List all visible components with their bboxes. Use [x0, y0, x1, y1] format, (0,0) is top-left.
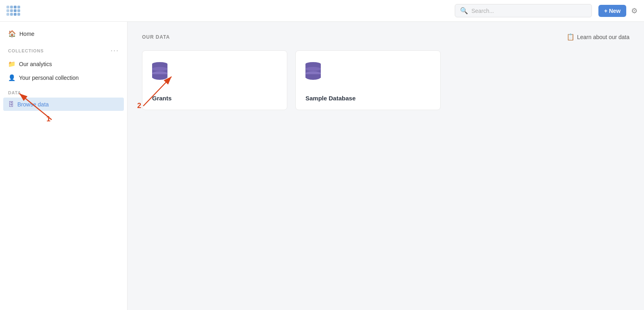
learn-link[interactable]: 📋 Learn about our data: [567, 33, 629, 41]
database-icon-grants: [152, 62, 167, 80]
app-layout: 🏠 Home Collections ··· 📁 Our analytics 👤…: [0, 22, 644, 310]
home-icon: 🏠: [8, 30, 16, 37]
database-card-grants[interactable]: Grants: [142, 50, 287, 110]
sidebar-home-label: Home: [19, 31, 34, 37]
data-section-header: Data: [0, 85, 127, 98]
sidebar-item-browse-data[interactable]: 🗄 Browse data: [3, 98, 124, 111]
sidebar-item-our-analytics[interactable]: 📁 Our analytics: [0, 57, 127, 71]
search-bar[interactable]: 🔍 Search...: [455, 4, 592, 17]
annotation-label-1: 1: [46, 115, 50, 123]
search-icon: 🔍: [460, 7, 468, 15]
main-header: OUR DATA 📋 Learn about our data: [142, 33, 629, 41]
sidebar-item-personal-collection[interactable]: 👤 Your personal collection: [0, 71, 127, 85]
databases-grid: Grants Sample Database: [142, 50, 629, 110]
search-placeholder: Search...: [471, 8, 494, 14]
app-logo[interactable]: [6, 6, 20, 16]
main-content: OUR DATA 📋 Learn about our data: [128, 22, 644, 310]
collection-icon: 📁: [8, 60, 16, 68]
new-button[interactable]: + New: [598, 5, 626, 17]
sidebar: 🏠 Home Collections ··· 📁 Our analytics 👤…: [0, 22, 128, 310]
logo-icon: [6, 6, 20, 16]
data-label: Data: [8, 90, 21, 95]
database-card-label: Sample Database: [305, 95, 355, 102]
sidebar-item-label: Browse data: [17, 101, 49, 108]
section-title: OUR DATA: [142, 34, 170, 40]
learn-link-label: Learn about our data: [577, 34, 629, 40]
database-card-sample[interactable]: Sample Database: [295, 50, 441, 110]
book-icon: 📋: [567, 33, 575, 41]
collections-label: Collections: [8, 48, 44, 53]
sidebar-home[interactable]: 🏠 Home: [0, 27, 127, 41]
sidebar-item-label: Your personal collection: [19, 75, 79, 81]
database-icon: 🗄: [8, 101, 14, 108]
database-icon-sample: [305, 62, 321, 80]
navbar: 🔍 Search... + New ⚙: [0, 0, 644, 22]
person-icon: 👤: [8, 74, 16, 81]
collections-section-header: Collections ···: [0, 41, 127, 57]
collections-more-button[interactable]: ···: [111, 46, 119, 55]
settings-icon[interactable]: ⚙: [631, 6, 638, 15]
sidebar-item-label: Our analytics: [19, 61, 52, 67]
navbar-right: + New ⚙: [598, 5, 638, 17]
annotation-label-2: 2: [137, 102, 141, 110]
database-card-label: Grants: [152, 95, 171, 102]
